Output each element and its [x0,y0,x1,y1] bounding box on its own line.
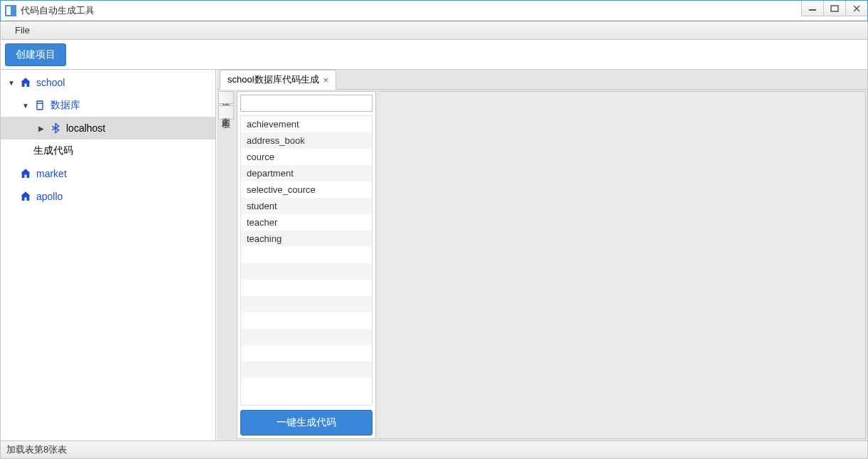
tree-item-market[interactable]: market [1,162,215,185]
tree-item-database[interactable]: 数据库 [1,94,215,117]
tree-arrow-spacer [6,169,16,179]
create-project-button[interactable]: 创建项目 [5,43,66,66]
tree-label: 生成代码 [33,144,73,157]
maximize-button[interactable] [823,1,845,16]
table-item-empty [241,280,372,296]
table-item[interactable]: achievement [241,116,372,132]
tree-item-school[interactable]: school [1,71,215,94]
tree-label: 数据库 [50,99,80,112]
window-title: 代码自动生成工具 [21,4,95,17]
project-tree[interactable]: school 数据库 localhost 生成代码 [1,70,216,440]
close-icon [852,4,861,13]
editor-area: school数据库代码生成 × 设置 主面板 achievement addre… [216,70,867,440]
bluetooth-icon [49,122,62,134]
side-tabs: 设置 主面板 [218,91,234,439]
tree-label: apollo [36,191,63,202]
statusbar: 加载表第8张表 [0,440,868,459]
database-icon [33,99,46,112]
minimize-button[interactable] [801,1,823,16]
table-item-empty [241,296,372,312]
table-item-empty [241,362,372,378]
table-item-empty [241,329,372,345]
toolbar: 创建项目 [0,40,868,70]
tree-item-localhost[interactable]: localhost [1,117,215,139]
tree-arrow-icon[interactable] [6,78,16,88]
app-icon [5,5,16,16]
tab-label: school数据库代码生成 [227,73,319,86]
tree-arrow-spacer [6,191,16,201]
tree-item-apollo[interactable]: apollo [1,185,215,208]
window-controls [801,1,867,16]
table-list[interactable]: achievement address_book cource departme… [240,115,373,406]
table-item-empty [241,247,372,263]
side-tab-main-panel[interactable]: 主面板 [218,105,234,120]
status-text: 加载表第8张表 [6,443,67,456]
main-split: school 数据库 localhost 生成代码 [0,70,868,440]
table-item[interactable]: selective_cource [241,181,372,198]
menubar: File [0,21,868,40]
minimize-icon [808,6,817,11]
table-item-empty [241,345,372,362]
table-item-empty [241,312,372,329]
tree-label: school [36,77,65,88]
editor-tabs: school数据库代码生成 × [217,70,867,90]
tree-label: localhost [66,122,105,134]
svg-rect-2 [37,101,43,110]
side-tab-settings[interactable]: 设置 [218,91,234,104]
tree-arrow-spacer [21,146,31,156]
editor-preview-area [379,91,866,439]
home-icon [19,190,32,203]
tree-item-generate-code[interactable]: 生成代码 [1,139,215,162]
maximize-icon [830,5,839,12]
close-button[interactable] [845,1,867,16]
table-item[interactable]: department [241,165,372,181]
table-list-panel: achievement address_book cource departme… [237,91,376,439]
table-item[interactable]: student [241,198,372,214]
menu-file[interactable]: File [11,23,34,38]
table-item-empty [241,263,372,280]
editor-tab-school-db[interactable]: school数据库代码生成 × [220,70,336,90]
table-item[interactable]: address_book [241,132,372,149]
table-item[interactable]: teaching [241,231,372,247]
svg-rect-1 [831,6,838,11]
table-search-input[interactable] [240,95,373,112]
tree-arrow-icon[interactable] [36,123,46,133]
home-icon [19,76,32,89]
table-item[interactable]: cource [241,149,372,165]
svg-rect-0 [809,9,816,11]
tree-label: market [36,168,67,179]
tree-arrow-icon[interactable] [21,100,31,110]
tab-close-button[interactable]: × [323,75,329,85]
home-icon [19,167,32,180]
editor-body: 设置 主面板 achievement address_book cource d… [217,90,867,440]
table-item[interactable]: teacher [241,214,372,231]
generate-code-button[interactable]: 一键生成代码 [240,410,373,436]
titlebar: 代码自动生成工具 [0,0,868,21]
